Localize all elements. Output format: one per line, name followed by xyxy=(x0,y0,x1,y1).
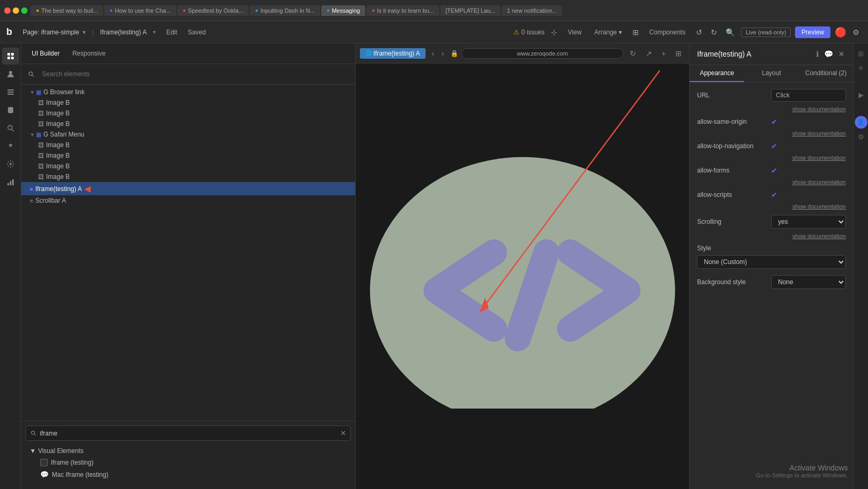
edit-button[interactable]: Edit xyxy=(162,26,182,38)
canvas-content xyxy=(356,64,690,489)
sidebar-icon-users[interactable] xyxy=(2,66,19,83)
allow-top-nav-check[interactable]: ✔ xyxy=(771,142,777,150)
canvas-share-button[interactable]: ↗ xyxy=(643,48,655,59)
section-toggle[interactable]: ▼ Visual Elements xyxy=(30,445,347,457)
grid-icon[interactable]: ⊞ xyxy=(630,26,641,39)
info-button[interactable]: ℹ xyxy=(815,49,820,59)
sidebar-icon-builder[interactable] xyxy=(2,48,19,65)
url-value[interactable]: Click xyxy=(771,89,846,102)
search-icon[interactable]: 🔍 xyxy=(724,26,737,39)
allow-top-nav-docs[interactable]: show documentation xyxy=(697,155,846,161)
close-dot[interactable] xyxy=(4,7,11,14)
activate-windows-banner: Activate Windows Go to Settings to activ… xyxy=(756,464,848,478)
canvas-back-button[interactable]: ‹ xyxy=(429,48,438,59)
tree-item-image-b-1[interactable]: 🖼 Image B xyxy=(21,97,355,108)
tree-item-image-b-2[interactable]: 🖼 Image B xyxy=(21,108,355,119)
search-input[interactable] xyxy=(38,68,349,80)
tab-responsive[interactable]: Responsive xyxy=(68,48,110,59)
comment-button[interactable]: 💬 xyxy=(823,49,834,59)
live-badge[interactable]: Live (read-only) xyxy=(741,28,791,37)
list-item-iframe[interactable]: Iframe (testing) xyxy=(38,457,347,468)
page-label: Page: iframe-simple xyxy=(23,29,79,36)
dropdown-arrow-component[interactable]: ▾ xyxy=(153,29,156,35)
allow-same-origin-docs[interactable]: show documentation xyxy=(697,130,846,137)
tree-item-image-b-3[interactable]: 🖼 Image B xyxy=(21,119,355,129)
browser-tab-3[interactable]: ● Speedtest by Ookla... xyxy=(177,5,249,16)
element-tree: ▼ ▦ G Browser link 🖼 Image B 🖼 Image B 🖼… xyxy=(21,85,355,421)
browser-tab-8[interactable]: 1 new notification... xyxy=(502,5,562,16)
sidebar-icon-list[interactable] xyxy=(2,84,19,101)
browser-tab-6[interactable]: ● Is it easy to learn bu... xyxy=(366,5,439,16)
maximize-dot[interactable] xyxy=(21,7,28,14)
sidebar-icon-tools[interactable] xyxy=(2,138,19,155)
svg-point-11 xyxy=(10,163,12,165)
element-filter-input[interactable] xyxy=(40,430,337,437)
canvas-refresh-button[interactable]: ↻ xyxy=(627,48,639,59)
browser-bar: ● The best way to buil... ● How to use t… xyxy=(0,0,868,21)
scrolling-docs[interactable]: show documentation xyxy=(697,233,846,239)
tab-layout[interactable]: Layout xyxy=(744,65,799,82)
canvas-add-button[interactable]: + xyxy=(658,48,669,59)
browser-tab-7[interactable]: [TEMPLATE] Lau... xyxy=(440,5,501,16)
allow-forms-docs[interactable]: show documentation xyxy=(697,179,846,185)
view-button[interactable]: View xyxy=(564,26,586,38)
allow-scripts-docs[interactable]: show documentation xyxy=(697,203,846,210)
tree-item-image-b-4[interactable]: 🖼 Image B xyxy=(21,140,355,150)
arrange-button[interactable]: Arrange ▾ xyxy=(590,26,626,38)
sidebar-icon-settings[interactable] xyxy=(2,156,19,173)
settings-icon[interactable]: ⚙ xyxy=(851,26,862,39)
allow-scripts-check[interactable]: ✔ xyxy=(771,191,777,199)
browser-tab-2[interactable]: ● How to use the Cha... xyxy=(104,5,176,16)
browser-tab-4[interactable]: ● Inputting Dash in N... xyxy=(250,5,320,16)
undo-icon[interactable]: ↺ xyxy=(694,26,704,39)
allow-forms-check[interactable]: ✔ xyxy=(771,166,777,175)
issues-button[interactable]: ⚠ 0 issues xyxy=(513,29,545,36)
minimize-dot[interactable] xyxy=(13,7,19,14)
browser-tab-1[interactable]: ● The best way to buil... xyxy=(31,5,103,16)
far-right-avatar[interactable]: 👤 xyxy=(855,116,867,129)
far-right-video-icon[interactable]: ▶ xyxy=(856,89,866,101)
redo-icon[interactable]: ↻ xyxy=(709,26,719,39)
sidebar-icon-chart[interactable] xyxy=(2,174,19,191)
far-right-settings-icon[interactable]: ⚙ xyxy=(856,131,866,143)
browser-tab-5[interactable]: ● Messaging xyxy=(321,5,365,16)
cursor-icon[interactable]: ⊹ xyxy=(549,26,559,39)
scrolling-select[interactable]: yes xyxy=(771,215,846,229)
allow-same-origin-check[interactable]: ✔ xyxy=(771,117,777,126)
tree-item-safari-menu[interactable]: ▼ ▦ G Safari Menu xyxy=(21,129,355,140)
preview-button[interactable]: Preview xyxy=(795,26,830,38)
far-right-grid-icon[interactable]: ⊞ xyxy=(856,48,866,60)
right-panel-header: Iframe(testing) A ℹ 💬 ✕ xyxy=(690,43,853,65)
sidebar-icon-search[interactable] xyxy=(2,120,19,137)
svg-point-17 xyxy=(31,431,34,434)
style-select[interactable]: None (Custom) xyxy=(697,255,846,269)
tree-item-scrollbar[interactable]: ■ Scrollbar A xyxy=(21,195,355,206)
sidebar-header: UI Builder Responsive xyxy=(21,43,355,64)
list-item-mac-iframe[interactable]: 💬 Mac Iframe (testing) xyxy=(38,468,347,481)
tree-item-image-b-6[interactable]: 🖼 Image B xyxy=(21,161,355,171)
sidebar-icon-data[interactable] xyxy=(2,102,19,119)
url-show-docs[interactable]: show documentation xyxy=(697,106,846,112)
far-right-layers-icon[interactable]: ≡ xyxy=(857,62,865,74)
canvas-grid-button[interactable]: ⊞ xyxy=(672,48,685,59)
tab-conditional[interactable]: Conditional (2) xyxy=(799,65,853,82)
filter-clear-button[interactable]: ✕ xyxy=(340,429,346,437)
bg-style-select[interactable]: None xyxy=(771,275,846,289)
tab-ui-builder[interactable]: UI Builder xyxy=(28,48,64,59)
canvas-forward-button[interactable]: › xyxy=(438,48,447,59)
canvas-url-display[interactable]: www.zeroqode.com xyxy=(462,48,623,59)
tab-appearance[interactable]: Appearance xyxy=(690,65,744,82)
close-panel-button[interactable]: ✕ xyxy=(837,49,846,59)
activate-windows-subtitle: Go to Settings to activate Windows. xyxy=(756,472,848,478)
components-button[interactable]: Components xyxy=(645,26,690,38)
svg-rect-3 xyxy=(11,57,14,59)
tree-item-image-b-7[interactable]: 🖼 Image B xyxy=(21,171,355,182)
tree-item-image-b-5[interactable]: 🖼 Image B xyxy=(21,150,355,161)
tree-item-browser-link[interactable]: ▼ ▦ G Browser link xyxy=(21,87,355,97)
canvas-active-tab[interactable]: 🌐 Iframe(testing) A xyxy=(360,48,426,59)
element-filter-search: ✕ xyxy=(25,425,351,441)
sidebar-panel: UI Builder Responsive ▼ ▦ G Browser link… xyxy=(21,43,356,489)
dropdown-arrow-page[interactable]: ▾ xyxy=(83,29,86,36)
tree-item-iframe-a[interactable]: ■ Iframe(testing) A ◀ xyxy=(21,182,355,195)
search-icon xyxy=(28,70,35,78)
